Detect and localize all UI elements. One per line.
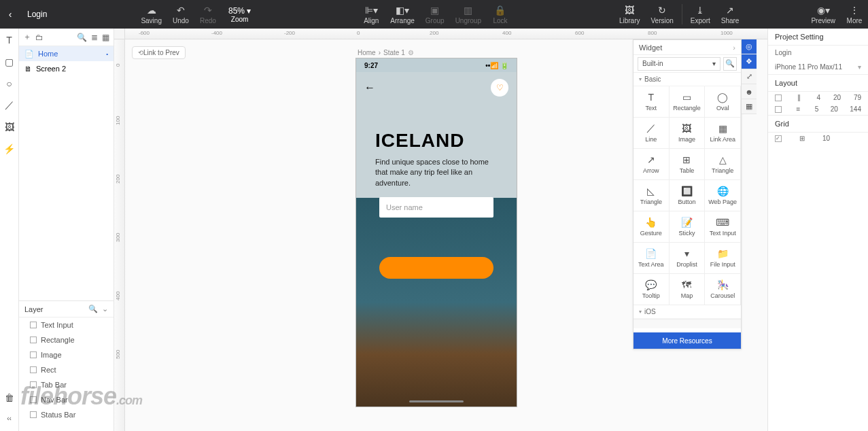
widget-rectangle[interactable]: ▭Rectangle [670, 86, 706, 118]
widget-table[interactable]: ⊞Table [670, 149, 706, 180]
text-tool[interactable]: T [3, 34, 16, 46]
widget-file-input[interactable]: 📁File Input [705, 243, 741, 274]
group-button[interactable]: ▣Group [420, 0, 450, 29]
more-resources-button[interactable]: More Resources [633, 332, 741, 349]
device-headline: ICELAND [375, 130, 464, 152]
gear-icon[interactable]: ⚙ [408, 49, 414, 56]
layer-shape-icon [30, 322, 37, 328]
widget-image[interactable]: 🖼Image [670, 118, 706, 149]
widget-droplist[interactable]: ▾Droplist [670, 243, 706, 274]
link-prev-pill[interactable]: ⟲Link to Prev [132, 46, 186, 59]
widget-text-input[interactable]: ⌨Text Input [705, 211, 741, 243]
widget-link-area[interactable]: ▦Link Area [705, 118, 741, 149]
search-layers-icon[interactable]: 🔍 [88, 305, 98, 313]
layer-item[interactable]: Tab Bar [19, 377, 114, 392]
layer-options-icon[interactable]: ⌄ [102, 305, 108, 313]
library-button[interactable]: 🖼Library [614, 0, 646, 29]
widget-icon: 💬 [645, 279, 657, 290]
lock-button[interactable]: 🔒Lock [487, 0, 514, 29]
page-item-screen-2[interactable]: 🗎Screen 2 [19, 61, 114, 76]
widget-icon: 🗺 [682, 279, 691, 290]
widget-oval[interactable]: ◯Oval [705, 86, 741, 118]
grid-row[interactable]: ⊞ 10 [768, 133, 868, 144]
widget-tooltip[interactable]: 💬Tooltip [633, 274, 670, 305]
layout-row-rows[interactable]: ≡ 520144 [768, 103, 868, 115]
widget-text-area[interactable]: 📄Text Area [633, 243, 670, 274]
widget-web-page[interactable]: 🌐Web Page [705, 180, 741, 211]
widget-gesture[interactable]: 👆Gesture [633, 211, 670, 243]
rows-icon: ≡ [793, 105, 803, 113]
device-selector[interactable]: iPhone 11 Pro Max/11 ▾ [768, 60, 868, 74]
search-pages-icon[interactable]: 🔍 [77, 33, 87, 42]
layer-item[interactable]: Rect [19, 362, 114, 377]
widget-line[interactable]: ／Line [633, 118, 670, 149]
widget-icon: 🔲 [681, 186, 693, 196]
saving-button[interactable]: ☁Saving [135, 0, 167, 29]
rect-tool[interactable]: ▢ [3, 56, 16, 68]
layout-title: Layout [768, 74, 868, 92]
preview-button[interactable]: ◉▾Preview [805, 0, 841, 29]
grid-title: Grid [768, 115, 868, 133]
mode-grid-icon[interactable]: ▦ [742, 99, 757, 114]
layer-shape-icon [30, 366, 37, 373]
align-icon: ⊫▾ [365, 5, 378, 16]
widget-triangle[interactable]: △Triangle [705, 149, 741, 180]
more-button[interactable]: ⋮More [841, 0, 868, 29]
widget-category-basic[interactable]: Basic [633, 73, 741, 86]
home-indicator [409, 400, 464, 402]
widget-library-dropdown[interactable]: Built-in▾ [638, 57, 721, 71]
line-tool[interactable]: ／ [3, 99, 16, 111]
mode-expand-icon[interactable]: ⤢ [742, 69, 757, 84]
layer-item[interactable]: Nav Bar [19, 392, 114, 407]
layer-panel: Layer 🔍⌄ Text InputRectangleImageRectTab… [19, 300, 114, 431]
heart-icon[interactable]: ♡ [491, 79, 508, 97]
device-frame[interactable]: 9:27 ••📶 🔋 ← ♡ ICELAND Find unique space… [356, 58, 517, 407]
widget-button[interactable]: 🔲Button [670, 180, 706, 211]
page-item-home[interactable]: 📄Home• [19, 46, 114, 61]
interaction-tool[interactable]: ⚡ [3, 143, 16, 155]
align-button[interactable]: ⊫▾Align [358, 0, 385, 29]
share-button[interactable]: ↗Share [716, 0, 745, 29]
widget-sticky[interactable]: 📝Sticky [670, 211, 706, 243]
widget-collapse-icon[interactable]: › [733, 44, 735, 52]
layout-row-columns[interactable]: ‖ 42079 [768, 92, 868, 103]
trash-button[interactable]: 🗑 [3, 392, 16, 404]
export-button[interactable]: ⤓Export [685, 0, 716, 29]
version-icon: ↻ [658, 5, 666, 16]
ungroup-button[interactable]: ▥Ungroup [450, 0, 487, 29]
device-back-icon[interactable]: ← [364, 82, 375, 94]
layer-item[interactable]: Text Input [19, 317, 114, 332]
oval-tool[interactable]: ○ [3, 77, 16, 90]
widget-triangle[interactable]: ◺Triangle [633, 180, 670, 211]
primary-button[interactable] [379, 257, 493, 279]
add-page-icon[interactable]: ＋ [23, 31, 31, 43]
collapse-button[interactable]: ‹‹ [3, 412, 16, 424]
widget-map[interactable]: 🗺Map [670, 274, 706, 305]
version-button[interactable]: ↻Version [645, 0, 678, 29]
mode-components-icon[interactable]: ❖ [742, 54, 757, 69]
widget-icon: 📄 [645, 248, 657, 259]
widget-icon: ／ [646, 123, 656, 134]
layer-item[interactable]: Rectangle [19, 332, 114, 347]
username-input[interactable]: User name [379, 197, 493, 218]
layer-item[interactable]: Image [19, 347, 114, 362]
layer-item[interactable]: Status Bar [19, 407, 114, 422]
image-tool[interactable]: 🖼 [3, 121, 16, 133]
widget-search-icon[interactable]: 🔍 [723, 57, 737, 71]
status-signal-icons: ••📶 🔋 [485, 62, 508, 69]
list-view-icon[interactable]: ≣ [91, 33, 98, 42]
arrange-button[interactable]: ◧▾Arrange [385, 0, 420, 29]
widget-carousel[interactable]: 🎠Carousel [705, 274, 741, 305]
widget-arrow[interactable]: ↗Arrow [633, 149, 670, 180]
undo-button[interactable]: ↶Undo [167, 0, 194, 29]
left-tool-column: T ▢ ○ ／ 🖼 ⚡ 🗑 ‹‹ [0, 29, 19, 431]
redo-button[interactable]: ↷Redo [194, 0, 222, 29]
grid-view-icon[interactable]: ▦ [102, 33, 109, 42]
widget-category-ios[interactable]: iOS [633, 305, 741, 319]
widget-text[interactable]: TText [633, 86, 670, 118]
mode-widgets-icon[interactable]: ◎ [742, 39, 757, 54]
mode-comment-icon[interactable]: ☻ [742, 84, 757, 99]
add-folder-icon[interactable]: 🗀 [35, 33, 44, 42]
back-button[interactable]: ‹ [0, 9, 20, 20]
zoom-control[interactable]: 85% ▾Zoom [222, 0, 258, 29]
